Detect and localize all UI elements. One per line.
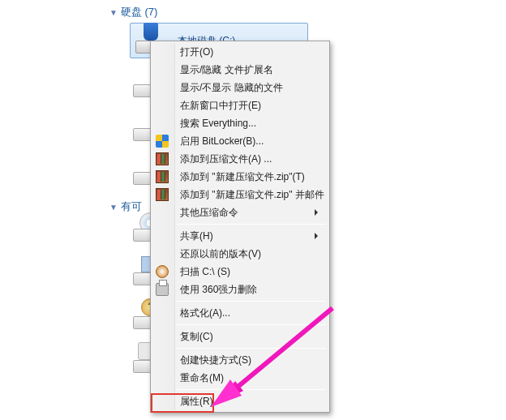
menu-add-zip[interactable]: 添加到 "新建压缩文件.zip"(T) bbox=[175, 168, 328, 186]
context-menu: 打开(O) 显示/隐藏 文件扩展名 显示/不显示 隐藏的文件 在新窗口中打开(E… bbox=[150, 41, 330, 413]
collapse-triangle-icon: ▼ bbox=[109, 8, 118, 17]
collapse-triangle-icon: ▼ bbox=[109, 203, 118, 212]
menu-scan[interactable]: 扫描 C:\ (S) bbox=[175, 263, 328, 281]
menu-add-zip-mail[interactable]: 添加到 "新建压缩文件.zip" 并邮件 bbox=[175, 186, 328, 204]
archive-icon bbox=[156, 188, 169, 201]
archive-icon bbox=[156, 170, 169, 183]
shield-icon bbox=[156, 135, 169, 148]
delete-icon bbox=[156, 283, 169, 296]
scan-icon bbox=[156, 265, 169, 278]
menu-show-hide-hidden[interactable]: 显示/不显示 隐藏的文件 bbox=[175, 79, 328, 96]
menu-open-new-window[interactable]: 在新窗口中打开(E) bbox=[175, 96, 328, 114]
menu-search-everything[interactable]: 搜索 Everything... bbox=[175, 114, 328, 132]
menu-add-archive[interactable]: 添加到压缩文件(A) ... bbox=[175, 150, 328, 168]
menu-rename[interactable]: 重命名(M) bbox=[175, 369, 328, 387]
menu-properties[interactable]: 属性(R) bbox=[175, 392, 328, 410]
menu-force-delete[interactable]: 使用 360强力删除 bbox=[175, 281, 328, 298]
menu-restore-versions[interactable]: 还原以前的版本(V) bbox=[175, 245, 328, 263]
menu-separator bbox=[177, 389, 326, 390]
menu-share[interactable]: 共享(H) bbox=[175, 227, 328, 245]
menu-show-hide-ext[interactable]: 显示/隐藏 文件扩展名 bbox=[175, 61, 328, 79]
menu-bitlocker[interactable]: 启用 BitLocker(B)... bbox=[175, 132, 328, 150]
menu-create-shortcut[interactable]: 创建快捷方式(S) bbox=[175, 351, 328, 369]
menu-separator bbox=[177, 224, 326, 225]
menu-separator bbox=[177, 348, 326, 349]
section-drives-header[interactable]: ▼ 硬盘 (7) bbox=[109, 5, 506, 19]
section-removable-label: 有可 bbox=[121, 199, 142, 214]
menu-separator bbox=[177, 324, 326, 325]
archive-icon bbox=[156, 152, 169, 165]
menu-copy[interactable]: 复制(C) bbox=[175, 328, 328, 345]
menu-open[interactable]: 打开(O) bbox=[175, 43, 328, 61]
menu-separator bbox=[177, 301, 326, 302]
menu-other-compress[interactable]: 其他压缩命令 bbox=[175, 204, 328, 221]
menu-format[interactable]: 格式化(A)... bbox=[175, 304, 328, 322]
section-drives-label: 硬盘 (7) bbox=[121, 5, 158, 19]
